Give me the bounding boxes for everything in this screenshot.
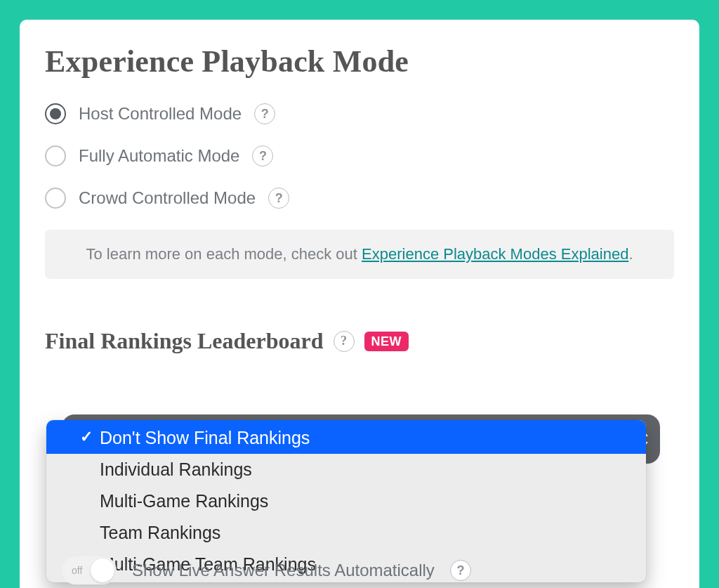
mode-row-crowd: Crowd Controlled Mode ? [45, 188, 674, 209]
radio-fully-automatic[interactable] [45, 145, 66, 166]
new-badge: NEW [364, 332, 409, 351]
settings-card: Experience Playback Mode Host Controlled… [20, 20, 699, 588]
help-icon[interactable]: ? [334, 331, 355, 352]
radio-host-controlled[interactable] [45, 103, 66, 124]
help-icon[interactable]: ? [254, 103, 275, 124]
toggle-label: Show Live Answer Results Automatically [132, 561, 435, 580]
rankings-option-none[interactable]: Don't Show Final Rankings [46, 420, 646, 454]
info-prefix: To learn more on each mode, check out [86, 245, 362, 263]
toggle-knob [91, 558, 114, 582]
toggle-state-text: off [72, 565, 82, 576]
help-icon[interactable]: ? [252, 145, 273, 166]
section-title: Final Rankings Leaderboard [45, 328, 324, 354]
rankings-option-individual[interactable]: Individual Rankings [46, 454, 646, 485]
section-title-row: Final Rankings Leaderboard ? NEW [45, 328, 409, 354]
live-results-row: off Show Live Answer Results Automatical… [62, 556, 657, 584]
rankings-option-multigame[interactable]: Multi-Game Rankings [46, 485, 646, 517]
playback-mode-radio-group: Host Controlled Mode ? Fully Automatic M… [45, 103, 674, 209]
page-title: Experience Playback Mode [45, 44, 674, 79]
radio-label: Host Controlled Mode [79, 104, 242, 124]
radio-label: Fully Automatic Mode [79, 146, 239, 166]
rankings-option-team[interactable]: Team Rankings [46, 517, 646, 549]
help-icon[interactable]: ? [450, 560, 471, 581]
info-banner: To learn more on each mode, check out Ex… [45, 230, 674, 279]
playback-modes-explained-link[interactable]: Experience Playback Modes Explained [362, 245, 628, 263]
live-results-toggle[interactable]: off [62, 556, 117, 584]
mode-row-host: Host Controlled Mode ? [45, 103, 674, 124]
radio-label: Crowd Controlled Mode [79, 188, 256, 208]
info-suffix: . [628, 245, 633, 263]
help-icon[interactable]: ? [268, 188, 289, 209]
mode-row-auto: Fully Automatic Mode ? [45, 145, 674, 166]
radio-crowd-controlled[interactable] [45, 188, 66, 209]
